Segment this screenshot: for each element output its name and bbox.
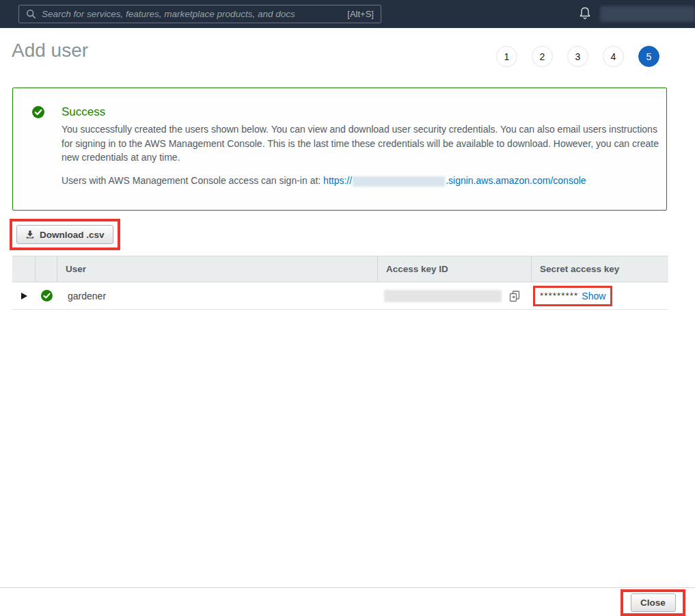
- notifications-bell-icon[interactable]: [578, 6, 592, 21]
- show-secret-link[interactable]: Show: [582, 291, 605, 302]
- wizard-step-4: 4: [603, 46, 624, 67]
- top-navigation-bar: [Alt+S]: [0, 0, 695, 28]
- close-button-highlight-box: Close: [621, 589, 685, 616]
- user-name-cell: gardener: [57, 282, 378, 309]
- wizard-step-3: 3: [567, 46, 588, 67]
- header-expand-column: [12, 256, 36, 282]
- row-expand-caret-icon[interactable]: [21, 293, 27, 299]
- wizard-step-indicator: 1 2 3 4 5: [496, 46, 659, 67]
- success-alert-body: You successfully created the users shown…: [62, 122, 666, 165]
- download-icon: [25, 230, 35, 239]
- signin-url-link[interactable]: https://.signin.aws.amazon.com/console: [323, 175, 586, 186]
- download-csv-highlight-box: Download .csv: [10, 219, 120, 250]
- table-header-row: User Access key ID Secret access key: [12, 256, 668, 282]
- wizard-step-5-active: 5: [638, 46, 659, 67]
- signin-prefix: Users with AWS Management Console access…: [62, 175, 323, 186]
- wizard-step-2: 2: [532, 46, 553, 67]
- header-user: User: [57, 256, 378, 282]
- access-key-id-cell: [378, 282, 532, 309]
- row-success-check-icon: [41, 290, 53, 302]
- header-access-key-id: Access key ID: [378, 256, 532, 282]
- wizard-step-1: 1: [496, 46, 517, 67]
- account-menu-redacted[interactable]: [600, 6, 695, 22]
- success-alert-title: Success: [62, 105, 105, 119]
- redacted-account-id: [353, 176, 445, 187]
- masked-secret-key: *********: [540, 291, 578, 301]
- search-shortcut-hint: [Alt+S]: [347, 9, 374, 19]
- header-status-column: [36, 256, 57, 282]
- copy-icon[interactable]: [508, 289, 521, 303]
- table-row: gardener ********* Show: [12, 282, 668, 310]
- search-icon: [26, 9, 36, 19]
- search-input[interactable]: [42, 9, 342, 19]
- download-csv-button[interactable]: Download .csv: [16, 225, 113, 244]
- created-users-table: User Access key ID Secret access key gar…: [12, 256, 668, 310]
- close-button[interactable]: Close: [631, 593, 676, 612]
- success-check-icon: [32, 106, 44, 118]
- page-title: Add user: [12, 40, 88, 62]
- success-alert: Success You successfully created the use…: [12, 88, 667, 211]
- redacted-access-key-id: [384, 290, 502, 302]
- global-search-box[interactable]: [Alt+S]: [18, 5, 381, 23]
- footer-divider: [0, 587, 695, 588]
- download-csv-label: Download .csv: [40, 230, 105, 240]
- secret-key-highlight-box: ********* Show: [533, 286, 612, 306]
- signin-line: Users with AWS Management Console access…: [62, 175, 586, 187]
- header-secret-access-key: Secret access key: [532, 256, 668, 282]
- secret-access-key-cell: ********* Show: [532, 282, 668, 309]
